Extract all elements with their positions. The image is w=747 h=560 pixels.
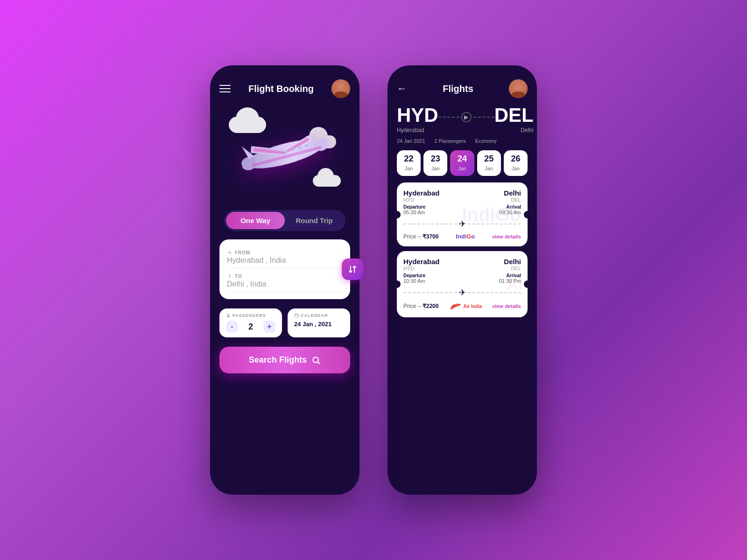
fc1-dep-label: Departure xyxy=(403,204,425,210)
decrement-button[interactable]: - xyxy=(226,321,238,333)
fc2-from: Hyderabad HYD xyxy=(403,258,440,271)
fc1-view-details[interactable]: view details xyxy=(492,234,521,239)
flight-card-1[interactable]: IndiGo Hyderabad HYD Delhi DEL Departure… xyxy=(397,182,528,246)
passengers-stepper: - 2 + xyxy=(226,321,275,333)
from-code: HYD xyxy=(397,105,438,125)
avatar[interactable] xyxy=(331,79,350,98)
fc2-departure: Departure 10:30 Am xyxy=(403,273,425,284)
avatar-right[interactable] xyxy=(509,79,528,98)
month-jan-2: Jan xyxy=(458,166,466,171)
ticket-notch-right-2 xyxy=(524,280,528,288)
back-button[interactable]: ← xyxy=(397,83,407,95)
airindia-icon xyxy=(449,301,462,311)
fc2-dep-label: Departure xyxy=(403,273,425,278)
dashed-right-1 xyxy=(468,224,521,224)
ticket-notch-left-2 xyxy=(397,280,401,288)
plane-icon-1: ✈ xyxy=(459,219,466,229)
search-button-label: Search Flights xyxy=(249,355,307,365)
trip-date: 24 Jan 2021 xyxy=(397,138,425,144)
fc1-to: Delhi DEL xyxy=(504,189,521,203)
date-selector[interactable]: 22 Jan 23 Jan 24 Jan 25 Jan 26 Jan xyxy=(397,150,528,176)
fc1-from-city: Hyderabad xyxy=(403,189,440,197)
menu-icon[interactable] xyxy=(219,85,231,92)
fc1-airline: IndiGo xyxy=(456,233,475,240)
fc2-to: Delhi DEL xyxy=(504,258,521,271)
calendar-label: CALENDAR xyxy=(294,313,344,318)
fc2-to-code: DEL xyxy=(504,266,521,271)
from-country: , India xyxy=(263,256,286,264)
cloud-1 xyxy=(229,117,266,133)
controls-row: PASSENGERS - 2 + CALENDAR 24 Jan , 2021 xyxy=(219,308,350,337)
from-name: Hyderabad xyxy=(397,127,438,133)
swap-button[interactable] xyxy=(342,259,363,280)
calendar-control[interactable]: CALENDAR 24 Jan , 2021 xyxy=(288,308,350,337)
airplane-illustration xyxy=(219,107,350,201)
one-way-option[interactable]: One Way xyxy=(226,212,285,229)
dashed-left-1 xyxy=(403,224,457,224)
right-phone: ← Flights HYD Hyderabad ▶ DEL Delhi xyxy=(388,65,537,495)
svg-point-14 xyxy=(229,252,231,253)
fc2-from-city: Hyderabad xyxy=(403,258,440,266)
day-26: 26 xyxy=(504,154,528,164)
day-24: 24 xyxy=(450,154,474,164)
fc2-arr-time: 01:30 Pm xyxy=(499,278,521,284)
fc2-from-code: HYD xyxy=(403,266,440,271)
svg-rect-17 xyxy=(295,314,298,318)
trip-meta: 24 Jan 2021 2 Passengers Economy xyxy=(397,138,528,144)
day-22: 22 xyxy=(397,154,421,164)
trip-class: Economy xyxy=(475,138,497,144)
date-chip-0[interactable]: 22 Jan xyxy=(397,150,421,176)
fc2-footer: Price – ₹2200 Air India view details xyxy=(403,301,521,311)
flight-card-1-header: Hyderabad HYD Delhi DEL xyxy=(403,189,521,203)
fc1-from: Hyderabad HYD xyxy=(403,189,440,203)
screens-container: Flight Booking xyxy=(210,65,537,495)
fc1-price: Price – ₹3700 xyxy=(403,233,438,240)
route-display: HYD Hyderabad ▶ DEL Delhi xyxy=(397,105,528,133)
dashed-right-2 xyxy=(468,292,521,293)
trip-type-toggle[interactable]: One Way Round Trip xyxy=(224,210,345,231)
increment-button[interactable]: + xyxy=(263,321,275,333)
svg-point-16 xyxy=(227,314,229,315)
fc1-to-city: Delhi xyxy=(504,189,521,197)
flight-card-2[interactable]: AI Hyderabad HYD Delhi DEL Departure 10:… xyxy=(397,251,528,317)
route-arrow: ▶ xyxy=(438,112,494,122)
fc2-route-line: ✈ xyxy=(403,287,521,298)
trip-passengers: 2 Passengers xyxy=(435,138,466,144)
right-phone-header: ← Flights xyxy=(397,79,528,98)
day-23: 23 xyxy=(423,154,447,164)
to-value: Delhi , India xyxy=(227,280,343,288)
calendar-date: 24 Jan , 2021 xyxy=(294,321,344,328)
date-chip-3[interactable]: 25 Jan xyxy=(477,150,501,176)
round-trip-option[interactable]: Round Trip xyxy=(285,212,344,229)
fc1-from-code: HYD xyxy=(403,197,440,203)
passengers-label: PASSENGERS xyxy=(226,313,275,318)
to-field[interactable]: TO Delhi , India xyxy=(227,268,343,292)
to-name: Delhi xyxy=(494,127,534,133)
fc2-view-details[interactable]: view details xyxy=(492,303,521,309)
indigo-o: G xyxy=(466,233,471,240)
fc1-arrival: Arrival 09:30 Am xyxy=(500,204,521,215)
date-chip-2[interactable]: 24 Jan xyxy=(450,150,474,176)
search-flights-button[interactable]: Search Flights xyxy=(219,347,350,373)
dashed-left-2 xyxy=(403,292,457,293)
month-jan-0: Jan xyxy=(405,166,413,171)
fc2-to-city: Delhi xyxy=(504,258,521,266)
svg-point-15 xyxy=(229,275,231,277)
from-route: HYD Hyderabad xyxy=(397,105,438,133)
month-jan-1: Jan xyxy=(431,166,440,171)
date-chip-4[interactable]: 26 Jan xyxy=(504,150,528,176)
from-field[interactable]: FROM Hyderabad , India xyxy=(227,247,343,268)
passenger-count: 2 xyxy=(248,322,253,332)
left-phone-header: Flight Booking xyxy=(219,79,350,98)
from-label: FROM xyxy=(227,250,343,255)
fc2-arr-label: Arrival xyxy=(499,273,521,278)
to-label: TO xyxy=(227,273,343,279)
page-title: Flight Booking xyxy=(248,84,314,94)
fc2-times: Departure 10:30 Am Arrival 01:30 Pm xyxy=(403,273,521,284)
fc1-departure: Departure 05:30 Am xyxy=(403,204,425,215)
date-chip-1[interactable]: 23 Jan xyxy=(423,150,447,176)
fc1-to-code: DEL xyxy=(504,197,521,203)
plane-icon-2: ✈ xyxy=(459,287,466,298)
fc2-airline-logo: Air India xyxy=(449,301,482,311)
route-line-right xyxy=(473,117,494,118)
